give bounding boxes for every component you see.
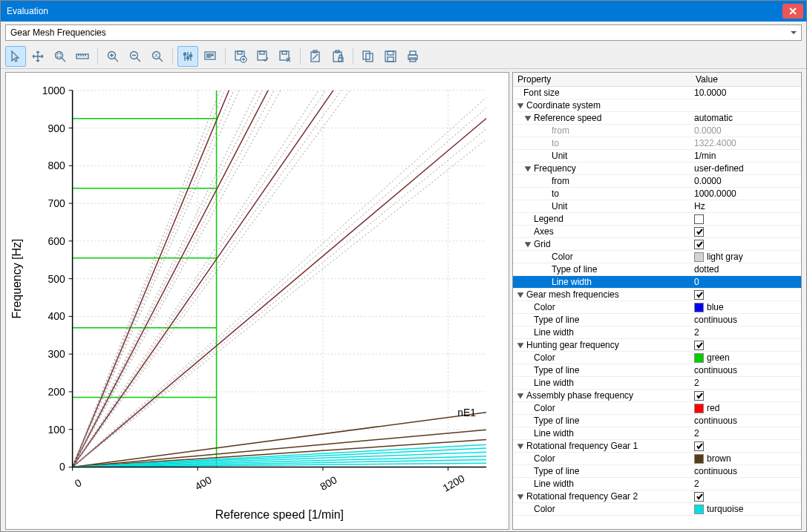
row-hgf[interactable]: Hunting gear frequency bbox=[513, 339, 801, 352]
sliders-icon bbox=[181, 50, 195, 63]
row-grid-type[interactable]: Type of linedotted bbox=[513, 263, 801, 276]
twisty-icon[interactable] bbox=[516, 492, 525, 501]
twisty-icon[interactable] bbox=[523, 240, 532, 249]
row-hgf-type[interactable]: Type of linecontinuous bbox=[513, 364, 801, 377]
svg-text:0: 0 bbox=[73, 476, 84, 490]
ruler-button[interactable] bbox=[72, 46, 93, 67]
twisty-icon[interactable] bbox=[516, 101, 525, 110]
clipboard-lock-button[interactable] bbox=[327, 46, 348, 67]
row-freq-unit[interactable]: UnitHz bbox=[513, 200, 801, 213]
row-ref-speed[interactable]: Reference speedautomatic bbox=[513, 112, 801, 125]
row-grid-width[interactable]: Line width0 bbox=[513, 276, 801, 289]
row-apf[interactable]: Assembly phase frequency bbox=[513, 390, 801, 402]
selector-row: Gear Mesh Frequencies bbox=[1, 22, 806, 44]
checkbox[interactable] bbox=[694, 492, 704, 502]
row-rg2[interactable]: Rotational frequency Gear 2 bbox=[513, 490, 801, 503]
pointer-button[interactable] bbox=[5, 46, 26, 67]
row-ref-unit[interactable]: Unit1/min bbox=[513, 150, 801, 162]
row-rg1-type[interactable]: Type of linecontinuous bbox=[513, 465, 801, 478]
checkbox[interactable] bbox=[694, 290, 704, 300]
sliders-button[interactable] bbox=[177, 46, 198, 67]
checkbox[interactable] bbox=[694, 227, 704, 237]
close-button[interactable] bbox=[783, 4, 803, 19]
row-hgf-color[interactable]: Color green bbox=[513, 352, 801, 364]
row-grid[interactable]: Grid bbox=[513, 238, 801, 251]
twisty-icon[interactable] bbox=[523, 164, 532, 173]
copy-button[interactable] bbox=[358, 46, 379, 67]
disk-x-button[interactable] bbox=[275, 46, 295, 67]
svg-rect-1 bbox=[57, 53, 61, 57]
row-axes[interactable]: Axes bbox=[513, 226, 801, 238]
row-ref-from: from0.0000 bbox=[513, 125, 801, 137]
twisty-icon[interactable] bbox=[516, 441, 525, 450]
row-coord-system: Coordinate system bbox=[513, 99, 801, 112]
twisty-icon[interactable] bbox=[516, 391, 525, 400]
checkbox[interactable] bbox=[694, 240, 704, 249]
row-rg1-color[interactable]: Color brown bbox=[513, 453, 801, 465]
row-gmf-width[interactable]: Line width2 bbox=[513, 326, 801, 339]
row-legend[interactable]: Legend bbox=[513, 213, 801, 226]
color-swatch bbox=[694, 303, 704, 312]
disk-plus-button[interactable] bbox=[230, 46, 251, 67]
svg-rect-16 bbox=[282, 51, 287, 54]
color-swatch bbox=[694, 454, 704, 464]
twisty-icon[interactable] bbox=[516, 290, 525, 299]
row-apf-width[interactable]: Line width2 bbox=[513, 427, 801, 440]
zoom-box-icon bbox=[53, 50, 67, 63]
svg-text:Frequency [Hz]: Frequency [Hz] bbox=[10, 239, 23, 319]
chart: 0100200300400500600700800900100004008001… bbox=[6, 73, 509, 529]
clipboard-a-button[interactable] bbox=[305, 46, 326, 67]
svg-text:800: 800 bbox=[48, 160, 65, 171]
twisty-icon[interactable] bbox=[516, 341, 525, 349]
comment-button[interactable] bbox=[200, 46, 220, 67]
zoom-out-button[interactable] bbox=[125, 46, 146, 67]
svg-text:900: 900 bbox=[48, 122, 65, 134]
row-rg1-width[interactable]: Line width2 bbox=[513, 478, 801, 490]
checkbox[interactable] bbox=[694, 341, 704, 350]
checkbox[interactable] bbox=[694, 441, 704, 451]
row-grid-color[interactable]: Color light gray bbox=[513, 251, 801, 263]
svg-rect-25 bbox=[388, 51, 393, 55]
zoom-fit-button[interactable] bbox=[147, 46, 168, 67]
row-freq-from[interactable]: from0.0000 bbox=[513, 175, 801, 188]
analysis-select[interactable]: Gear Mesh Frequencies bbox=[5, 24, 802, 41]
twisty-icon[interactable] bbox=[523, 114, 532, 122]
row-gmf[interactable]: Gear mesh frequencies bbox=[513, 289, 801, 301]
row-rg1[interactable]: Rotational frequency Gear 1 bbox=[513, 440, 801, 453]
row-apf-color[interactable]: Color red bbox=[513, 402, 801, 415]
print-button[interactable] bbox=[402, 46, 423, 67]
svg-text:800: 800 bbox=[318, 473, 339, 493]
svg-text:400: 400 bbox=[48, 310, 65, 322]
copy-icon bbox=[362, 50, 375, 63]
row-freq-to[interactable]: to1000.0000 bbox=[513, 188, 801, 200]
row-hgf-width[interactable]: Line width2 bbox=[513, 377, 801, 390]
row-font-size[interactable]: Font size10.0000 bbox=[513, 87, 801, 99]
toolbar bbox=[1, 44, 806, 69]
color-swatch bbox=[694, 353, 704, 363]
ruler-icon bbox=[76, 50, 89, 63]
checkbox[interactable] bbox=[694, 391, 704, 401]
zoom-box-button[interactable] bbox=[50, 46, 71, 67]
save-icon bbox=[384, 50, 397, 63]
disk-plus-icon bbox=[234, 50, 247, 63]
chart-pane[interactable]: 0100200300400500600700800900100004008001… bbox=[5, 72, 509, 530]
save-button[interactable] bbox=[380, 46, 401, 67]
color-swatch bbox=[694, 252, 704, 262]
row-gmf-type[interactable]: Type of linecontinuous bbox=[513, 314, 801, 326]
disk-check-button[interactable] bbox=[252, 46, 273, 67]
properties-scroll[interactable]: Property Value Font size10.0000 Coordina… bbox=[513, 73, 801, 529]
row-gmf-color[interactable]: Color blue bbox=[513, 301, 801, 314]
row-apf-type[interactable]: Type of linecontinuous bbox=[513, 415, 801, 427]
checkbox[interactable] bbox=[694, 214, 704, 224]
zoom-in-button[interactable] bbox=[102, 46, 123, 67]
svg-text:500: 500 bbox=[48, 273, 65, 285]
row-rg2-color[interactable]: Color turquoise bbox=[513, 503, 801, 516]
row-frequency[interactable]: Frequencyuser-defined bbox=[513, 162, 801, 175]
color-swatch bbox=[694, 404, 704, 413]
window-title: Evaluation bbox=[7, 6, 783, 16]
pan-button[interactable] bbox=[27, 46, 48, 67]
row-ref-to: to1322.4000 bbox=[513, 137, 801, 150]
color-swatch bbox=[694, 505, 704, 514]
separator bbox=[300, 48, 301, 65]
svg-rect-11 bbox=[238, 51, 242, 54]
